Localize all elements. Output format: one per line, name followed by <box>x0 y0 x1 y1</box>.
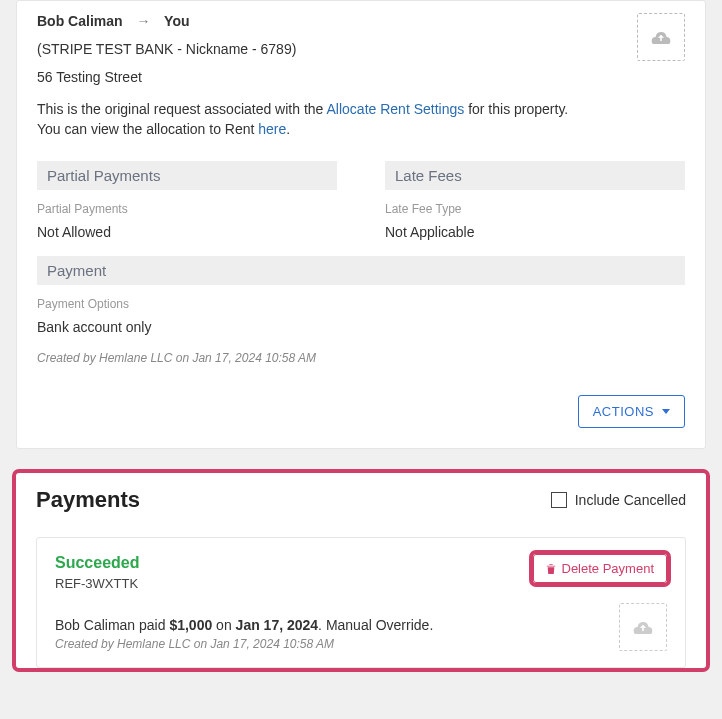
late-fee-type-value: Not Applicable <box>385 224 685 240</box>
payment-created-by: Created by Hemlane LLC on Jan 17, 2024 1… <box>55 637 433 651</box>
delete-payment-highlight: Delete Payment <box>533 554 668 583</box>
partial-payments-label: Partial Payments <box>37 202 337 216</box>
partial-payments-value: Not Allowed <box>37 224 337 240</box>
cloud-upload-icon <box>651 30 671 44</box>
upload-attachment-box[interactable] <box>637 13 685 61</box>
payment-options-label: Payment Options <box>37 297 685 311</box>
include-cancelled-label: Include Cancelled <box>575 492 686 508</box>
payment-options-value: Bank account only <box>37 319 685 335</box>
note-line-2: You can view the allocation to Rent here… <box>37 121 637 137</box>
payments-title: Payments <box>36 487 140 513</box>
note-line-1: This is the original request associated … <box>37 101 637 117</box>
partial-payments-heading: Partial Payments <box>37 161 337 190</box>
payment-heading: Payment <box>37 256 685 285</box>
include-cancelled-toggle[interactable]: Include Cancelled <box>551 492 686 508</box>
from-to-line: Bob Caliman → You <box>37 13 637 29</box>
arrow-icon: → <box>136 13 150 29</box>
actions-label: ACTIONS <box>593 404 654 419</box>
payment-description: Bob Caliman paid $1,000 on Jan 17, 2024.… <box>55 617 433 633</box>
payment-ref: REF-3WXTTK <box>55 576 139 591</box>
payment-amount: $1,000 <box>169 617 212 633</box>
rent-request-card: Bob Caliman → You (STRIPE TEST BANK - Ni… <box>16 0 706 449</box>
address: 56 Testing Street <box>37 69 637 85</box>
trash-icon <box>546 563 556 575</box>
payment-status: Succeeded <box>55 554 139 572</box>
from-name: Bob Caliman <box>37 13 123 29</box>
here-link[interactable]: here <box>258 121 286 137</box>
delete-payment-button[interactable]: Delete Payment <box>533 554 668 583</box>
payment-upload-box[interactable] <box>619 603 667 651</box>
created-by-text: Created by Hemlane LLC on Jan 17, 2024 1… <box>37 351 685 365</box>
bank-info: (STRIPE TEST BANK - Nickname - 6789) <box>37 41 637 57</box>
late-fee-type-label: Late Fee Type <box>385 202 685 216</box>
delete-payment-label: Delete Payment <box>562 561 655 576</box>
late-fees-heading: Late Fees <box>385 161 685 190</box>
payment-date: Jan 17, 2024 <box>236 617 319 633</box>
payments-card: Payments Include Cancelled Succeeded REF… <box>16 473 706 668</box>
to-name: You <box>164 13 189 29</box>
payment-item: Succeeded REF-3WXTTK Delete Payment Bob … <box>36 537 686 668</box>
actions-button[interactable]: ACTIONS <box>578 395 685 428</box>
include-cancelled-checkbox[interactable] <box>551 492 567 508</box>
chevron-down-icon <box>662 409 670 414</box>
allocate-rent-settings-link[interactable]: Allocate Rent Settings <box>327 101 465 117</box>
cloud-upload-icon <box>633 620 653 634</box>
